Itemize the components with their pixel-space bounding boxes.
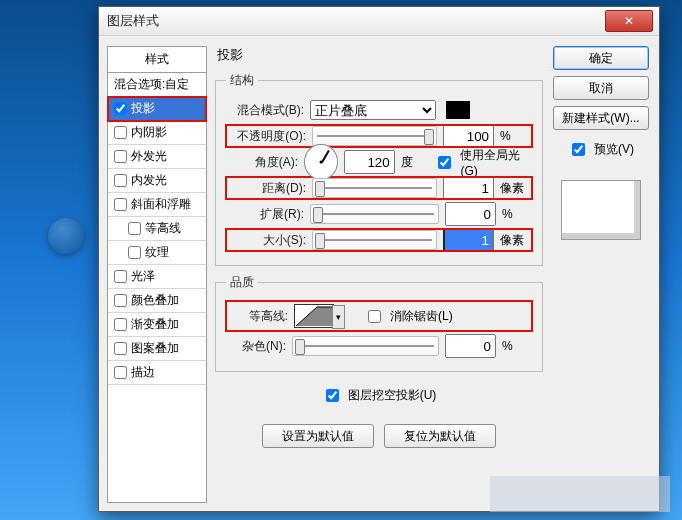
panel-title: 投影 <box>215 46 543 64</box>
distance-row: 距离(D): 像素 <box>226 177 532 199</box>
structure-group: 结构 混合模式(B): 正片叠底 不透明度(O): % <box>215 72 543 266</box>
contour-label: 等高线: <box>228 308 288 325</box>
size-input[interactable] <box>443 228 494 252</box>
size-slider[interactable] <box>312 230 437 250</box>
opacity-input[interactable] <box>443 124 494 148</box>
sidebar-check-gradient-overlay[interactable] <box>114 318 127 331</box>
quality-group: 品质 等高线: ▾ 消除锯齿(L) 杂色(N): <box>215 274 543 372</box>
distance-label: 距离(D): <box>228 180 306 197</box>
distance-unit: 像素 <box>500 180 530 197</box>
sidebar-check-texture[interactable] <box>128 246 141 259</box>
window-title: 图层样式 <box>107 12 159 30</box>
blend-mode-row: 混合模式(B): 正片叠底 <box>226 99 532 121</box>
angle-dial[interactable] <box>304 144 337 180</box>
noise-row: 杂色(N): % <box>226 335 532 357</box>
antialias-checkbox[interactable] <box>368 310 381 323</box>
size-unit: 像素 <box>500 232 530 249</box>
preview-label: 预览(V) <box>594 141 634 158</box>
quality-legend: 品质 <box>226 274 258 291</box>
distance-slider[interactable] <box>312 178 437 198</box>
sidebar-check-contour[interactable] <box>128 222 141 235</box>
angle-input[interactable] <box>344 150 395 174</box>
sidebar-item-label: 图案叠加 <box>131 340 179 357</box>
chevron-down-icon[interactable]: ▾ <box>332 305 345 329</box>
default-buttons-row: 设置为默认值 复位为默认值 <box>215 424 543 448</box>
sidebar-item-outer-glow[interactable]: 外发光 <box>108 145 206 169</box>
angle-row: 角度(A): 度 使用全局光(G) <box>226 151 532 173</box>
sidebar-item-label: 渐变叠加 <box>131 316 179 333</box>
ok-button[interactable]: 确定 <box>553 46 649 70</box>
sidebar-item-gradient-overlay[interactable]: 渐变叠加 <box>108 313 206 337</box>
sidebar-item-drop-shadow[interactable]: 投影 <box>108 97 206 121</box>
sidebar-item-label: 外发光 <box>131 148 167 165</box>
shadow-color-swatch[interactable] <box>446 101 470 119</box>
titlebar: 图层样式 ✕ <box>99 7 659 36</box>
sidebar-item-label: 内发光 <box>131 172 167 189</box>
sidebar-item-label: 等高线 <box>145 220 181 237</box>
noise-label: 杂色(N): <box>226 338 286 355</box>
reset-default-button[interactable]: 复位为默认值 <box>384 424 496 448</box>
sidebar-item-label: 斜面和浮雕 <box>131 196 191 213</box>
preview-swatch <box>561 180 641 240</box>
antialias-label: 消除锯齿(L) <box>390 308 453 325</box>
sidebar-check-satin[interactable] <box>114 270 127 283</box>
noise-input[interactable] <box>445 334 496 358</box>
sidebar-item-label: 光泽 <box>131 268 155 285</box>
sidebar-item-inner-shadow[interactable]: 内阴影 <box>108 121 206 145</box>
sidebar-check-bevel[interactable] <box>114 198 127 211</box>
noise-unit: % <box>502 339 532 353</box>
sidebar-check-inner-glow[interactable] <box>114 174 127 187</box>
sidebar-item-label: 颜色叠加 <box>131 292 179 309</box>
set-default-button[interactable]: 设置为默认值 <box>262 424 374 448</box>
global-light-checkbox[interactable] <box>438 156 451 169</box>
sidebar-item-label: 纹理 <box>145 244 169 261</box>
sidebar-item-color-overlay[interactable]: 颜色叠加 <box>108 289 206 313</box>
preview-checkbox[interactable] <box>572 143 585 156</box>
spread-slider[interactable] <box>310 204 439 224</box>
sidebar-check-drop-shadow[interactable] <box>114 102 127 115</box>
structure-legend: 结构 <box>226 72 258 89</box>
distance-input[interactable] <box>443 176 494 200</box>
close-button[interactable]: ✕ <box>605 10 653 32</box>
blend-mode-select[interactable]: 正片叠底 <box>310 100 436 120</box>
sidebar-check-outer-glow[interactable] <box>114 150 127 163</box>
angle-unit: 度 <box>401 154 429 171</box>
spread-row: 扩展(R): % <box>226 203 532 225</box>
cancel-button[interactable]: 取消 <box>553 76 649 100</box>
new-style-button[interactable]: 新建样式(W)... <box>553 106 649 130</box>
knockout-row: 图层挖空投影(U) <box>215 384 543 406</box>
right-column: 确定 取消 新建样式(W)... 预览(V) <box>551 46 651 503</box>
opacity-slider[interactable] <box>312 126 437 146</box>
sidebar-item-texture[interactable]: 纹理 <box>108 241 206 265</box>
main-panel: 投影 结构 混合模式(B): 正片叠底 不透明度(O): % <box>215 46 543 503</box>
sidebar-item-label: 内阴影 <box>131 124 167 141</box>
sidebar-check-pattern-overlay[interactable] <box>114 342 127 355</box>
sidebar-item-pattern-overlay[interactable]: 图案叠加 <box>108 337 206 361</box>
sidebar-check-color-overlay[interactable] <box>114 294 127 307</box>
size-row: 大小(S): 像素 <box>226 229 532 251</box>
sidebar-check-inner-shadow[interactable] <box>114 126 127 139</box>
global-light-label: 使用全局光(G) <box>460 147 532 178</box>
layer-style-dialog: 图层样式 ✕ 样式 混合选项:自定 投影 内阴影 外发光 <box>98 6 660 512</box>
sidebar-check-stroke[interactable] <box>114 366 127 379</box>
knockout-checkbox[interactable] <box>326 389 339 402</box>
angle-label: 角度(A): <box>226 154 298 171</box>
knockout-label: 图层挖空投影(U) <box>348 387 437 404</box>
sidebar-item-label: 投影 <box>131 100 155 117</box>
size-label: 大小(S): <box>228 232 306 249</box>
close-icon: ✕ <box>624 14 634 28</box>
sidebar-item-contour[interactable]: 等高线 <box>108 217 206 241</box>
sidebar-item-bevel[interactable]: 斜面和浮雕 <box>108 193 206 217</box>
sidebar-item-blend-default[interactable]: 混合选项:自定 <box>108 73 206 97</box>
spread-label: 扩展(R): <box>226 206 304 223</box>
opacity-label: 不透明度(O): <box>228 128 306 145</box>
contour-picker[interactable]: ▾ <box>294 304 334 328</box>
sidebar-item-inner-glow[interactable]: 内发光 <box>108 169 206 193</box>
spread-input[interactable] <box>445 202 496 226</box>
opacity-row: 不透明度(O): % <box>226 125 532 147</box>
style-list-header: 样式 <box>108 47 206 73</box>
sidebar-item-stroke[interactable]: 描边 <box>108 361 206 385</box>
sidebar-item-label: 混合选项:自定 <box>114 76 189 93</box>
sidebar-item-satin[interactable]: 光泽 <box>108 265 206 289</box>
noise-slider[interactable] <box>292 336 439 356</box>
